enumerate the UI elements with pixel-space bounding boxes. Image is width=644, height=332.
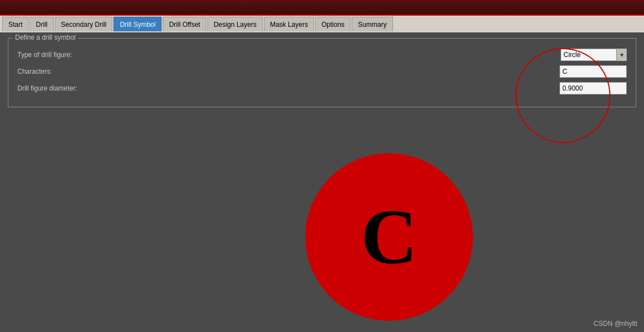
tab-design-layers[interactable]: Design Layers bbox=[207, 17, 263, 31]
tab-drill[interactable]: Drill bbox=[30, 17, 54, 31]
type-dropdown-wrapper: Circle ▼ bbox=[561, 49, 627, 61]
tab-mask-layers[interactable]: Mask Layers bbox=[264, 17, 314, 31]
watermark: CSDN @nhyltt bbox=[594, 320, 637, 328]
drill-symbol-character: C bbox=[361, 198, 417, 276]
tab-secondary-drill[interactable]: Secondary Drill bbox=[55, 17, 112, 31]
tab-start[interactable]: Start bbox=[2, 17, 29, 31]
tab-drill-offset[interactable]: Drill Offset bbox=[163, 17, 206, 31]
type-dropdown[interactable]: Circle bbox=[561, 49, 617, 61]
characters-input-area bbox=[560, 65, 627, 78]
characters-input[interactable] bbox=[560, 65, 627, 78]
tab-drill-symbol[interactable]: Drill Symbol bbox=[113, 17, 162, 31]
diameter-label: Drill figure diameter: bbox=[17, 84, 107, 92]
preview-area: C bbox=[305, 153, 473, 321]
characters-row: Characters: bbox=[17, 65, 627, 78]
content-area: Define a drill symbol Type of drill figu… bbox=[0, 32, 644, 332]
tab-options[interactable]: Options bbox=[315, 17, 351, 31]
diameter-input-area bbox=[560, 82, 627, 94]
drill-symbol-preview: C bbox=[305, 153, 473, 321]
tab-bar: Start Drill Secondary Drill Drill Symbol… bbox=[0, 16, 644, 32]
type-of-drill-figure-row: Type of drill figure: Circle ▼ bbox=[17, 49, 627, 61]
dropdown-arrow-icon[interactable]: ▼ bbox=[617, 49, 627, 61]
title-bar bbox=[0, 0, 644, 16]
tab-summary[interactable]: Summary bbox=[352, 17, 392, 31]
define-drill-symbol-group: Define a drill symbol Type of drill figu… bbox=[8, 38, 636, 107]
diameter-input[interactable] bbox=[560, 82, 627, 94]
diameter-row: Drill figure diameter: bbox=[17, 82, 627, 94]
characters-label: Characters: bbox=[17, 68, 107, 75]
group-box-title: Define a drill symbol bbox=[13, 34, 78, 41]
type-label: Type of drill figure: bbox=[17, 51, 107, 59]
type-input-area: Circle ▼ bbox=[561, 49, 627, 61]
